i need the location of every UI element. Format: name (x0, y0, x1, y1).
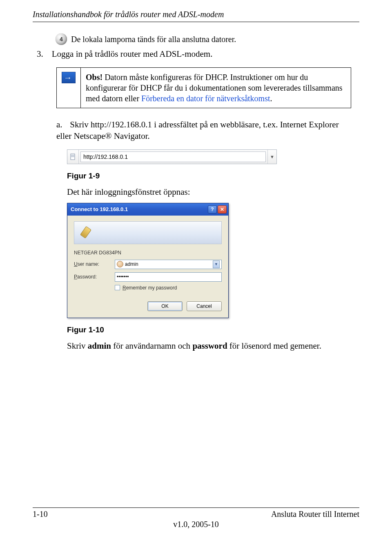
dialog-titlebar: Connect to 192.168.0.1 ? ✕ (67, 203, 228, 216)
address-dropdown-icon[interactable]: ▼ (267, 150, 276, 164)
username-value: admin (125, 261, 138, 267)
step-3: 3. Logga in på trådlös router med ADSL-m… (37, 49, 359, 59)
password-label: Password: (74, 274, 115, 280)
ok-button[interactable]: OK (147, 301, 183, 311)
page-icon (67, 150, 79, 164)
note-tail: . (270, 94, 272, 103)
remember-password-checkbox[interactable]: Remember my password (115, 285, 222, 291)
browser-address-bar[interactable]: http://192.168.0.1 ▼ (67, 149, 277, 164)
login-dialog: Connect to 192.168.0.1 ? ✕ NETGEAR DG834… (67, 203, 229, 318)
note-lead: Obs! (86, 73, 102, 82)
header-rule (33, 22, 359, 22)
step-3-number: 3. (37, 49, 43, 59)
led-step-text: De lokala lamporna tänds för alla anslut… (71, 35, 236, 44)
page-header: Installationshandbok för trådlös router … (33, 10, 359, 19)
substep-a-text: Skriv http://192.168.0.1 i adressfältet … (56, 120, 339, 141)
password-field[interactable]: ••••••• (115, 272, 222, 282)
checkbox-icon[interactable] (115, 285, 120, 290)
note-box: Obs! Datorn måste konfigureras för DHCP.… (56, 67, 351, 108)
note-link[interactable]: Förbereda en dator för nätverksåtkomst (141, 94, 270, 103)
keys-icon (78, 225, 95, 241)
footer-version: v1.0, 2005-10 (33, 520, 359, 529)
page-footer: 1-10 Ansluta Router till Internet v1.0, … (33, 507, 359, 529)
footer-page-number: 1-10 (33, 510, 48, 519)
password-value: ••••••• (117, 274, 129, 280)
dialog-title: Connect to 192.168.0.1 (71, 206, 128, 212)
close-button[interactable]: ✕ (218, 205, 227, 214)
user-icon (117, 261, 123, 267)
dialog-banner (74, 221, 222, 244)
device-name: NETGEAR DG834PN (74, 250, 222, 256)
footer-section-title: Ansluta Router till Internet (271, 510, 359, 519)
step-3-text: Logga in på trådlös router med ADSL-mode… (52, 49, 213, 59)
substep-a: a. Skriv http://192.168.0.1 i adressfält… (56, 119, 351, 142)
login-window-intro: Det här inloggningsfönstret öppnas: (67, 187, 359, 197)
username-field[interactable]: admin ▼ (115, 260, 222, 269)
figure-1-10-caption: Figur 1-10 (67, 325, 359, 334)
cancel-button[interactable]: Cancel (187, 301, 222, 311)
address-field[interactable]: http://192.168.0.1 (80, 151, 266, 162)
led-step-line: 4 De lokala lamporna tänds för alla ansl… (56, 33, 359, 45)
username-dropdown-icon[interactable]: ▼ (213, 260, 220, 268)
substep-a-letter: a. (56, 119, 68, 130)
username-label: UUser name:ser name: (74, 261, 115, 267)
help-button[interactable]: ? (208, 205, 217, 214)
note-arrow-icon (62, 72, 76, 83)
credentials-instruction: Skriv admin för användarnamn och passwor… (67, 341, 359, 351)
led-badge-4: 4 (56, 33, 67, 45)
figure-1-9-caption: Figur 1-9 (67, 171, 359, 180)
